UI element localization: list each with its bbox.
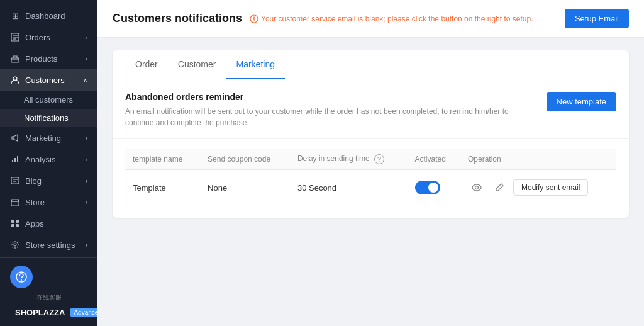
sidebar-subitem-notifications[interactable]: Notifications bbox=[0, 109, 97, 127]
chevron-down-icon: › bbox=[86, 156, 87, 163]
sidebar-item-store-settings[interactable]: Store settings › bbox=[0, 234, 97, 256]
svg-point-29 bbox=[253, 20, 255, 21]
table-section: template name Send coupon code Delay in … bbox=[113, 149, 629, 218]
view-icon[interactable] bbox=[468, 179, 486, 196]
operation-cell: Modify sent email bbox=[468, 179, 609, 196]
dashboard-icon: ⊞ bbox=[10, 11, 20, 21]
analysis-icon bbox=[10, 154, 20, 164]
blog-icon bbox=[10, 176, 20, 186]
logo-area: SHOPLAZZA Advanced bbox=[10, 306, 87, 318]
svg-rect-14 bbox=[16, 220, 19, 223]
setup-email-button[interactable]: Setup Email bbox=[565, 9, 629, 28]
table-row: Template None 30 Second bbox=[125, 170, 616, 206]
sidebar-item-label: Customers bbox=[25, 76, 65, 85]
col-delay: Delay in sending time ? bbox=[290, 149, 408, 170]
cell-template-name: Template bbox=[125, 170, 200, 206]
svg-point-31 bbox=[475, 186, 478, 189]
new-template-button[interactable]: New template bbox=[547, 92, 616, 111]
sidebar-item-label: Marketing bbox=[25, 133, 61, 143]
tab-bar: Order Customer Marketing bbox=[113, 50, 629, 79]
table-body: Template None 30 Second bbox=[125, 170, 616, 206]
products-icon bbox=[10, 53, 20, 64]
cell-operation: Modify sent email bbox=[460, 170, 616, 206]
sidebar-subitem-all-customers[interactable]: All customers bbox=[0, 91, 97, 109]
settings-icon bbox=[10, 240, 20, 250]
support-button[interactable] bbox=[10, 266, 33, 288]
toggle-slider bbox=[415, 181, 440, 194]
svg-rect-13 bbox=[11, 220, 14, 223]
notif-header: Abandoned orders reminder An email notif… bbox=[125, 92, 616, 128]
sidebar-item-products[interactable]: Products › bbox=[0, 48, 97, 69]
delay-help-icon[interactable]: ? bbox=[374, 154, 384, 164]
activated-toggle[interactable] bbox=[415, 181, 440, 194]
tab-customer[interactable]: Customer bbox=[168, 50, 226, 79]
notifications-card: Order Customer Marketing Abandoned order… bbox=[113, 50, 629, 218]
orders-icon bbox=[10, 32, 20, 42]
sidebar-item-customers[interactable]: Customers ∧ bbox=[0, 69, 97, 91]
chevron-down-icon: › bbox=[86, 177, 87, 184]
main-content: Customers notifications Your customer se… bbox=[97, 0, 644, 326]
cell-send-coupon: None bbox=[200, 170, 290, 206]
svg-rect-10 bbox=[11, 177, 19, 184]
sidebar-item-marketing[interactable]: Marketing › bbox=[0, 127, 97, 149]
sidebar-subitem-label: Notifications bbox=[24, 113, 69, 123]
sidebar-item-apps[interactable]: Apps bbox=[0, 213, 97, 234]
templates-table: template name Send coupon code Delay in … bbox=[125, 149, 616, 205]
col-activated: Activated bbox=[408, 149, 460, 170]
col-template-name: template name bbox=[125, 149, 200, 170]
sidebar-item-label: Products bbox=[25, 54, 57, 64]
svg-rect-7 bbox=[12, 160, 13, 162]
chevron-down-icon: › bbox=[86, 34, 87, 41]
action-icons bbox=[468, 179, 508, 196]
svg-point-17 bbox=[14, 244, 16, 246]
customers-icon bbox=[10, 75, 20, 85]
sidebar: ⊞ Dashboard Orders › Products › Customer… bbox=[0, 0, 97, 326]
sidebar-item-label: Blog bbox=[25, 176, 42, 186]
sidebar-item-label: Store settings bbox=[25, 240, 75, 250]
svg-rect-16 bbox=[16, 224, 19, 227]
sidebar-nav: ⊞ Dashboard Orders › Products › Customer… bbox=[0, 0, 97, 257]
col-operation: Operation bbox=[460, 149, 616, 170]
cell-activated bbox=[408, 170, 460, 206]
cell-delay: 30 Second bbox=[290, 170, 408, 206]
sidebar-item-analysis[interactable]: Analysis › bbox=[0, 149, 97, 170]
section-title: Abandoned orders reminder bbox=[125, 92, 534, 102]
chevron-down-icon: › bbox=[86, 135, 87, 142]
sidebar-item-blog[interactable]: Blog › bbox=[0, 170, 97, 191]
svg-point-25 bbox=[21, 279, 22, 281]
marketing-icon bbox=[10, 133, 20, 143]
sidebar-item-label: Orders bbox=[25, 33, 50, 42]
sidebar-item-orders[interactable]: Orders › bbox=[0, 26, 97, 48]
sidebar-item-label: Store bbox=[25, 198, 45, 207]
svg-rect-9 bbox=[17, 156, 18, 162]
sidebar-footer: 在线客服 SHOPLAZZA Advanced bbox=[0, 257, 97, 326]
notif-info: Abandoned orders reminder An email notif… bbox=[125, 92, 534, 128]
table-header: template name Send coupon code Delay in … bbox=[125, 149, 616, 170]
support-label: 在线客服 bbox=[10, 293, 87, 302]
col-send-coupon: Send coupon code bbox=[200, 149, 290, 170]
tab-order[interactable]: Order bbox=[125, 50, 168, 79]
logo-text: SHOPLAZZA bbox=[15, 308, 65, 317]
svg-rect-8 bbox=[14, 158, 16, 162]
chevron-up-icon: ∧ bbox=[83, 77, 87, 84]
sidebar-item-dashboard[interactable]: ⊞ Dashboard bbox=[0, 5, 97, 26]
alert-message: Your customer service email is blank; pl… bbox=[250, 14, 533, 23]
svg-point-30 bbox=[472, 184, 481, 191]
content-area: Order Customer Marketing Abandoned order… bbox=[97, 38, 644, 326]
topbar: Customers notifications Your customer se… bbox=[97, 0, 644, 38]
store-icon bbox=[10, 197, 20, 207]
topbar-left: Customers notifications Your customer se… bbox=[113, 12, 533, 25]
sidebar-item-label: Apps bbox=[25, 219, 44, 228]
edit-icon[interactable] bbox=[491, 179, 508, 196]
chevron-down-icon: › bbox=[86, 55, 87, 62]
sidebar-item-label: Analysis bbox=[25, 155, 55, 164]
sidebar-item-store[interactable]: Store › bbox=[0, 191, 97, 213]
sidebar-subitem-label: All customers bbox=[24, 95, 73, 104]
sidebar-item-label: Dashboard bbox=[25, 11, 65, 21]
modify-sent-email-button[interactable]: Modify sent email bbox=[513, 179, 588, 196]
section-description: An email notification will be sent out t… bbox=[125, 106, 534, 128]
svg-rect-15 bbox=[11, 224, 14, 227]
chevron-down-icon: › bbox=[86, 242, 87, 249]
apps-icon bbox=[10, 218, 20, 228]
tab-marketing[interactable]: Marketing bbox=[226, 50, 284, 79]
